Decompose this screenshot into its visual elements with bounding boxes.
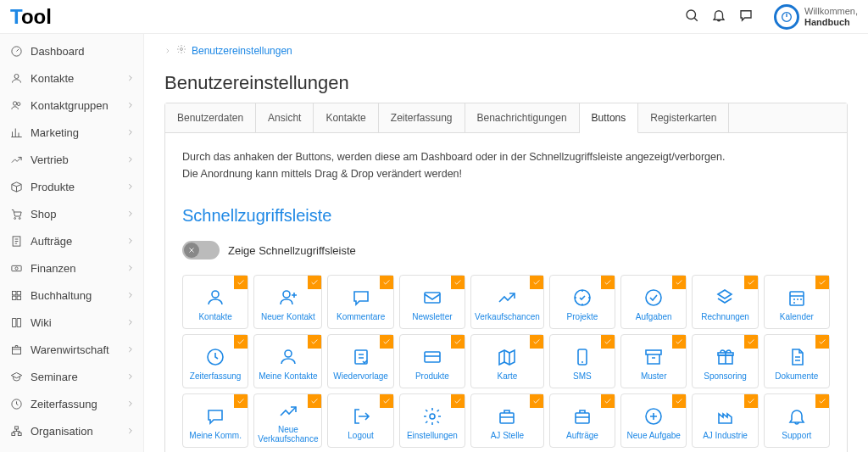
show-quickaccess-toggle[interactable] (182, 241, 220, 259)
checked-badge[interactable] (451, 335, 465, 349)
sidebar-item-organisation[interactable]: Organisation (0, 417, 143, 444)
tile-kalender[interactable]: Kalender (764, 275, 830, 329)
tile-dokumente[interactable]: Dokumente (764, 334, 830, 388)
checked-badge[interactable] (308, 276, 321, 289)
checked-badge[interactable] (308, 335, 321, 349)
tile-neuer-kontakt[interactable]: Neuer Kontakt (253, 275, 322, 329)
checked-badge[interactable] (672, 276, 686, 289)
logo-t: T (10, 5, 21, 28)
sidebar-item-zeiterfassung[interactable]: Zeiterfassung (0, 390, 143, 417)
checked-badge[interactable] (672, 335, 686, 349)
checked-badge[interactable] (815, 335, 829, 349)
checked-badge[interactable] (744, 335, 758, 349)
tab-benutzerdaten[interactable]: Benutzerdaten (165, 103, 256, 132)
tile-einstellungen[interactable]: Einstellungen (399, 393, 465, 448)
app-logo: Tool (10, 5, 52, 29)
tab-ansicht[interactable]: Ansicht (256, 103, 314, 132)
tile-label: Einstellungen (407, 431, 458, 440)
checked-badge[interactable] (744, 276, 758, 289)
sidebar-item-seminare[interactable]: Seminare (0, 363, 143, 390)
sidebar-item-warenwirtschaft[interactable]: Warenwirtschaft (0, 336, 143, 363)
tab-zeiterfassung[interactable]: Zeiterfassung (379, 103, 465, 132)
tab-benachrichtigungen[interactable]: Benachrichtigungen (465, 103, 580, 132)
tile-produkte[interactable]: Produkte (399, 334, 465, 388)
checked-badge[interactable] (380, 335, 393, 349)
checked-badge[interactable] (530, 276, 543, 289)
sidebar-item-marketing[interactable]: Marketing (0, 119, 143, 146)
tile-karte[interactable]: Karte (470, 334, 544, 388)
trend-icon (496, 287, 518, 309)
tile-neue-verkaufschance[interactable]: Neue Verkaufschance (253, 393, 322, 448)
sidebar-item-finanzen[interactable]: Finanzen (0, 254, 143, 282)
tile-auftr-ge[interactable]: Aufträge (549, 393, 615, 448)
sidebar-item-dashboard[interactable]: Dashboard (0, 37, 143, 64)
tile-label: Sponsoring (704, 371, 747, 381)
tile-projekte[interactable]: Projekte (549, 275, 615, 329)
tile-verkaufschancen[interactable]: Verkaufschancen (470, 275, 544, 329)
checked-badge[interactable] (380, 276, 393, 289)
tile-kommentare[interactable]: Kommentare (327, 275, 393, 329)
sidebar-item-wiki[interactable]: Wiki (0, 309, 143, 336)
tile-sponsoring[interactable]: Sponsoring (692, 334, 758, 388)
breadcrumb: Benutzereinstellungen (144, 34, 868, 60)
tab-kontakte[interactable]: Kontakte (314, 103, 378, 132)
gear-icon (176, 44, 186, 57)
bell-icon[interactable] (711, 8, 726, 25)
sidebar-item-kontakte[interactable]: Kontakte (0, 64, 143, 92)
checked-badge[interactable] (530, 335, 543, 349)
tile-aj-industrie[interactable]: AJ Industrie (692, 393, 758, 448)
tile-muster[interactable]: Muster (620, 334, 687, 388)
sidebar-item-produkte[interactable]: Produkte (0, 173, 143, 200)
tile-newsletter[interactable]: Newsletter (399, 275, 465, 329)
sidebar-item-aufträge[interactable]: Aufträge (0, 227, 143, 254)
sidebar-item-buchungen[interactable]: Buchungen (0, 444, 143, 452)
sidebar-item-buchhaltung[interactable]: Buchhaltung (0, 282, 143, 309)
checked-badge[interactable] (815, 276, 829, 289)
tile-aj-stelle[interactable]: AJ Stelle (470, 393, 544, 448)
map-icon (496, 346, 518, 368)
tab-registerkarten[interactable]: Registerkarten (638, 103, 729, 132)
tile-zeiterfassung[interactable]: Zeiterfassung (182, 334, 248, 388)
checked-badge[interactable] (744, 394, 758, 408)
checked-badge[interactable] (530, 394, 543, 408)
sidebar-item-kontaktgruppen[interactable]: Kontaktgruppen (0, 92, 143, 119)
chevron-right-icon (126, 425, 135, 438)
checked-badge[interactable] (308, 394, 321, 408)
grid-icon (8, 287, 24, 303)
trend-icon (277, 401, 299, 421)
cart-icon (8, 206, 24, 221)
tile-support[interactable]: Support (764, 393, 830, 448)
tile-rechnungen[interactable]: Rechnungen (692, 275, 758, 329)
sidebar-item-shop[interactable]: Shop (0, 200, 143, 227)
resubmit-icon (350, 346, 372, 368)
tile-logout[interactable]: Logout (327, 393, 393, 448)
checked-badge[interactable] (380, 394, 393, 408)
chevron-right-icon (126, 181, 135, 193)
checked-badge[interactable] (234, 276, 248, 289)
sidebar-item-label: Seminare (31, 371, 126, 383)
sidebar-item-vertrieb[interactable]: Vertrieb (0, 146, 143, 173)
search-icon[interactable] (684, 8, 699, 25)
checked-badge[interactable] (451, 276, 465, 289)
checked-badge[interactable] (601, 335, 615, 349)
x-icon (184, 243, 199, 258)
tile-sms[interactable]: SMS (549, 334, 615, 388)
checked-badge[interactable] (234, 394, 248, 408)
user-menu[interactable]: Willkommen, Handbuch (774, 4, 858, 30)
tile-meine-komm-[interactable]: Meine Komm. (182, 393, 248, 448)
tile-neue-aufgabe[interactable]: Neue Aufgabe (620, 393, 687, 448)
tab-buttons[interactable]: Buttons (580, 103, 639, 133)
tile-meine-kontakte[interactable]: Meine Kontakte (253, 334, 322, 388)
comment-icon[interactable] (738, 8, 754, 25)
checked-badge[interactable] (601, 394, 615, 408)
checked-badge[interactable] (601, 276, 615, 289)
tile-aufgaben[interactable]: Aufgaben (620, 275, 687, 329)
tile-kontakte[interactable]: Kontakte (182, 275, 248, 329)
checked-badge[interactable] (815, 394, 829, 408)
tile-wiedervorlage[interactable]: Wiedervorlage (327, 334, 393, 388)
checked-badge[interactable] (672, 394, 686, 408)
checked-badge[interactable] (234, 335, 248, 349)
breadcrumb-current[interactable]: Benutzereinstellungen (192, 45, 292, 57)
checked-badge[interactable] (451, 394, 465, 408)
sidebar-item-label: Zeiterfassung (31, 398, 126, 410)
